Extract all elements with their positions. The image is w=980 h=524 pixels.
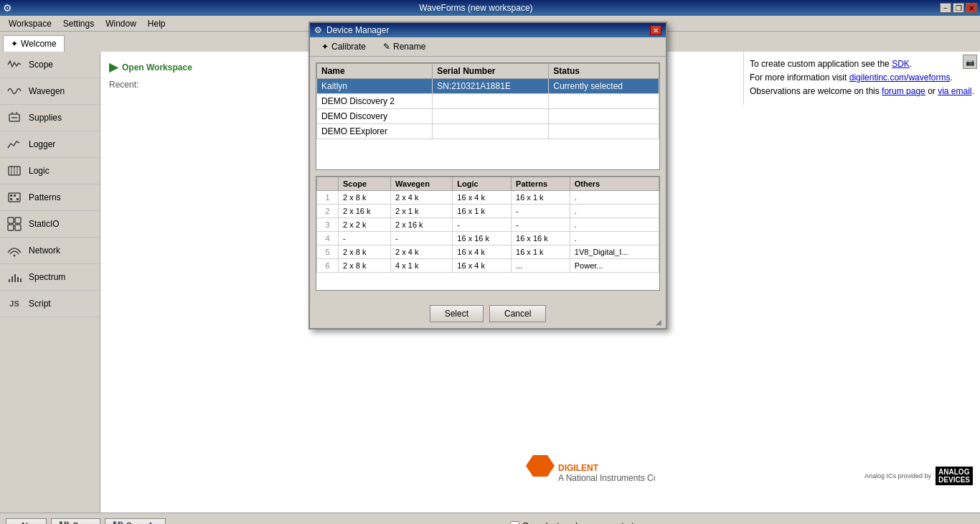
config-row[interactable]: 52 x 8 k2 x 4 k16 x 4 k16 x 1 k1V8_Digit… bbox=[317, 245, 659, 259]
config-table: Scope Wavegen Logic Patterns Others 12 x… bbox=[316, 177, 659, 273]
forum-link[interactable]: forum page bbox=[882, 86, 925, 96]
info-line3: Observations are welcome on this forum p… bbox=[750, 86, 974, 96]
info-line2: For more information visit digilentinc.c… bbox=[750, 72, 953, 83]
sidebar-item-staticio[interactable]: StaticIO bbox=[0, 211, 100, 238]
calibrate-icon: ✦ bbox=[321, 42, 329, 52]
menu-settings[interactable]: Settings bbox=[57, 17, 100, 30]
app-icon: ⚙ bbox=[3, 2, 12, 14]
tab-icon: ✦ bbox=[11, 39, 18, 49]
device-row[interactable]: DEMO EExplorer bbox=[317, 124, 659, 139]
config-row[interactable]: 22 x 16 k2 x 1 k16 x 1 k-. bbox=[317, 205, 659, 218]
supplies-label: Supplies bbox=[29, 113, 62, 123]
script-label: Script bbox=[29, 299, 51, 309]
website-link[interactable]: digilentinc.com/waveforms bbox=[849, 72, 951, 83]
devices-table-container[interactable]: Name Serial Number Status KaitlynSN:2103… bbox=[316, 62, 660, 170]
new-label: New bbox=[22, 521, 39, 525]
calibrate-button[interactable]: ✦ Calibrate bbox=[316, 40, 372, 53]
svg-rect-18 bbox=[9, 279, 10, 282]
window-controls: − ❐ ✕ bbox=[940, 3, 977, 13]
sidebar-item-wavegen[interactable]: Wavegen bbox=[0, 78, 100, 105]
svg-rect-13 bbox=[8, 217, 14, 223]
dm-close-button[interactable]: ✕ bbox=[650, 25, 661, 35]
svg-rect-11 bbox=[10, 198, 12, 200]
config-row[interactable]: 12 x 8 k2 x 4 k16 x 4 k16 x 1 k. bbox=[317, 191, 659, 205]
select-button[interactable]: Select bbox=[430, 305, 484, 322]
app-title: WaveForms (new workspace) bbox=[12, 3, 940, 13]
save-button[interactable]: 💾 Save bbox=[51, 518, 100, 525]
logic-icon bbox=[6, 162, 23, 179]
col-serial: Serial Number bbox=[433, 64, 549, 79]
cancel-button[interactable]: Cancel bbox=[489, 305, 546, 322]
patterns-icon bbox=[6, 189, 23, 206]
device-row[interactable]: DEMO Discovery 2 bbox=[317, 94, 659, 109]
menu-help[interactable]: Help bbox=[142, 17, 171, 30]
tab-welcome[interactable]: ✦ Welcome bbox=[3, 35, 65, 52]
open-last-label: Open last workspace on start bbox=[522, 521, 633, 525]
sidebar-item-scope[interactable]: Scope bbox=[0, 52, 100, 78]
title-bar: ⚙ WaveForms (new workspace) − ❐ ✕ bbox=[0, 0, 980, 16]
dm-title: ⚙ Device Manager bbox=[314, 25, 389, 35]
sidebar-item-logger[interactable]: Logger bbox=[0, 131, 100, 158]
svg-rect-21 bbox=[17, 277, 19, 282]
tab-welcome-label: Welcome bbox=[21, 39, 57, 49]
menu-window[interactable]: Window bbox=[100, 17, 142, 30]
config-tbody: 12 x 8 k2 x 4 k16 x 4 k16 x 1 k.22 x 16 … bbox=[317, 191, 659, 273]
new-button[interactable]: ● New bbox=[6, 518, 47, 525]
logger-icon bbox=[6, 136, 23, 153]
resize-handle[interactable]: ◢ bbox=[656, 318, 664, 327]
sidebar-item-network[interactable]: Network bbox=[0, 238, 100, 264]
config-row[interactable]: 4--16 x 16 k16 x 16 k. bbox=[317, 232, 659, 245]
device-row[interactable]: KaitlynSN:210321A1881ECurrently selected bbox=[317, 79, 659, 94]
cfg-col-patterns: Patterns bbox=[512, 177, 570, 191]
sdk-link[interactable]: SDK bbox=[892, 59, 910, 69]
analog-devices-badge: ANALOGDEVICES bbox=[936, 467, 973, 485]
svg-point-17 bbox=[14, 255, 16, 257]
scope-icon bbox=[6, 56, 23, 73]
cfg-col-idx bbox=[317, 177, 339, 191]
svg-rect-10 bbox=[14, 195, 16, 197]
save-icon: 💾 bbox=[59, 521, 70, 525]
email-link[interactable]: via email bbox=[938, 86, 971, 96]
sidebar-item-supplies[interactable]: Supplies bbox=[0, 105, 100, 131]
sidebar-item-logic[interactable]: Logic bbox=[0, 158, 100, 184]
minimize-button[interactable]: − bbox=[940, 3, 951, 13]
network-icon bbox=[6, 242, 23, 259]
cfg-col-scope: Scope bbox=[339, 177, 391, 191]
config-row[interactable]: 32 x 2 k2 x 16 k--. bbox=[317, 218, 659, 232]
sidebar: Scope Wavegen Supplies Logger Logic bbox=[0, 52, 100, 513]
svg-rect-14 bbox=[15, 217, 21, 223]
supplies-icon bbox=[6, 109, 23, 126]
menu-workspace[interactable]: Workspace bbox=[3, 17, 57, 30]
cfg-col-logic: Logic bbox=[453, 177, 512, 191]
svg-rect-9 bbox=[10, 195, 12, 197]
staticio-icon bbox=[6, 215, 23, 233]
calibrate-label: Calibrate bbox=[331, 42, 366, 52]
close-button[interactable]: ✕ bbox=[966, 3, 977, 13]
config-table-container[interactable]: Scope Wavegen Logic Patterns Others 12 x… bbox=[316, 176, 660, 291]
rename-button[interactable]: ✎ Rename bbox=[377, 40, 431, 53]
analog-devices-logo: ANALOGDEVICES bbox=[936, 467, 973, 485]
restore-button[interactable]: ❐ bbox=[953, 3, 964, 13]
new-icon: ● bbox=[14, 521, 19, 525]
analog-devices-area: Analog ICs provided by ANALOGDEVICES bbox=[864, 467, 973, 485]
screenshot-icon[interactable]: 📷 bbox=[963, 55, 977, 69]
svg-rect-20 bbox=[14, 274, 16, 282]
sidebar-item-spectrum[interactable]: Spectrum bbox=[0, 264, 100, 291]
logic-label: Logic bbox=[29, 166, 50, 176]
sidebar-item-script[interactable]: JS Script bbox=[0, 291, 100, 317]
open-last-checkbox[interactable] bbox=[510, 521, 519, 524]
svg-rect-12 bbox=[17, 198, 19, 200]
save-label: Save bbox=[72, 521, 92, 525]
cfg-col-wavegen: Wavegen bbox=[391, 177, 453, 191]
sidebar-item-patterns[interactable]: Patterns bbox=[0, 184, 100, 211]
svg-rect-19 bbox=[11, 276, 13, 282]
device-row[interactable]: DEMO Discovery bbox=[317, 109, 659, 124]
svg-rect-22 bbox=[20, 279, 22, 282]
dm-icon: ⚙ bbox=[314, 25, 322, 35]
save-as-button[interactable]: 💾 Save As bbox=[105, 518, 166, 525]
dm-titlebar: ⚙ Device Manager ✕ bbox=[310, 23, 666, 37]
logger-label: Logger bbox=[29, 139, 55, 149]
dm-body: Name Serial Number Status KaitlynSN:2103… bbox=[310, 57, 666, 302]
rename-label: Rename bbox=[393, 42, 425, 52]
config-row[interactable]: 62 x 8 k4 x 1 k16 x 4 k...Power... bbox=[317, 259, 659, 273]
